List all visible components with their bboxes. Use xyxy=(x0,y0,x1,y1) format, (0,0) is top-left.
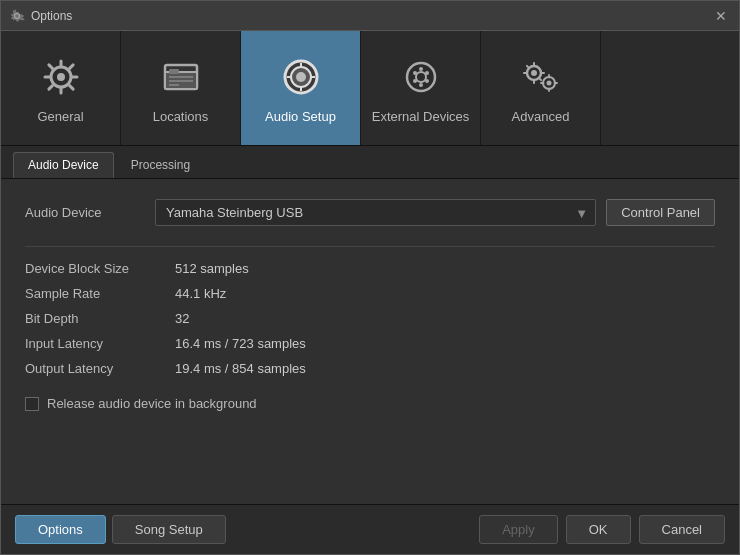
audio-device-select-wrapper: Yamaha Steinberg USB ▼ xyxy=(155,199,596,226)
external-devices-icon xyxy=(397,53,445,101)
audio-device-row: Audio Device Yamaha Steinberg USB ▼ Cont… xyxy=(25,199,715,226)
output-latency-row: Output Latency 19.4 ms / 854 samples xyxy=(25,361,715,376)
nav-label-locations: Locations xyxy=(153,109,209,124)
apply-button[interactable]: Apply xyxy=(479,515,558,544)
footer: Options Song Setup Apply OK Cancel xyxy=(1,504,739,554)
cancel-button[interactable]: Cancel xyxy=(639,515,725,544)
svg-line-6 xyxy=(48,64,52,68)
input-latency-label: Input Latency xyxy=(25,336,175,351)
window-icon xyxy=(9,8,25,24)
svg-line-7 xyxy=(69,85,73,89)
locations-icon xyxy=(157,53,205,101)
main-panel: Audio Device Yamaha Steinberg USB ▼ Cont… xyxy=(1,179,739,504)
nav-label-general: General xyxy=(37,109,83,124)
song-setup-footer-button[interactable]: Song Setup xyxy=(112,515,226,544)
release-audio-label: Release audio device in background xyxy=(47,396,257,411)
device-block-size-label: Device Block Size xyxy=(25,261,175,276)
input-latency-value: 16.4 ms / 723 samples xyxy=(175,336,306,351)
svg-line-9 xyxy=(48,85,52,89)
general-icon xyxy=(37,53,85,101)
sample-rate-value: 44.1 kHz xyxy=(175,286,226,301)
ok-button[interactable]: OK xyxy=(566,515,631,544)
svg-point-30 xyxy=(419,83,423,87)
content-area: Audio Device Processing Audio Device Yam… xyxy=(1,146,739,504)
audio-setup-icon xyxy=(277,53,325,101)
device-block-size-value: 512 samples xyxy=(175,261,249,276)
nav-item-external-devices[interactable]: External Devices xyxy=(361,31,481,145)
bit-depth-value: 32 xyxy=(175,311,189,326)
audio-device-select[interactable]: Yamaha Steinberg USB xyxy=(155,199,596,226)
control-panel-button[interactable]: Control Panel xyxy=(606,199,715,226)
svg-point-40 xyxy=(546,80,551,85)
release-audio-checkbox[interactable] xyxy=(25,397,39,411)
output-latency-value: 19.4 ms / 854 samples xyxy=(175,361,306,376)
input-latency-row: Input Latency 16.4 ms / 723 samples xyxy=(25,336,715,351)
advanced-icon xyxy=(517,53,565,101)
svg-rect-12 xyxy=(169,69,179,74)
output-latency-label: Output Latency xyxy=(25,361,175,376)
audio-device-label: Audio Device xyxy=(25,205,145,220)
nav-label-external-devices: External Devices xyxy=(372,109,470,124)
svg-point-24 xyxy=(416,72,426,82)
svg-point-32 xyxy=(531,70,537,76)
svg-line-8 xyxy=(69,64,73,68)
close-button[interactable]: ✕ xyxy=(711,6,731,26)
svg-point-25 xyxy=(413,71,417,75)
nav-label-advanced: Advanced xyxy=(512,109,570,124)
bit-depth-label: Bit Depth xyxy=(25,311,175,326)
sub-tab-audio-device[interactable]: Audio Device xyxy=(13,152,114,178)
release-audio-checkbox-row: Release audio device in background xyxy=(25,396,715,411)
sub-tabs: Audio Device Processing xyxy=(1,146,739,179)
svg-line-38 xyxy=(538,77,540,79)
footer-right: Apply OK Cancel xyxy=(479,515,725,544)
nav-label-audio-setup: Audio Setup xyxy=(265,109,336,124)
svg-point-1 xyxy=(57,73,65,81)
svg-point-29 xyxy=(419,67,423,71)
title-bar: Options ✕ xyxy=(1,1,739,31)
svg-point-26 xyxy=(425,71,429,75)
svg-point-27 xyxy=(413,79,417,83)
separator xyxy=(25,246,715,247)
svg-line-37 xyxy=(526,65,528,67)
options-footer-button[interactable]: Options xyxy=(15,515,106,544)
nav-item-audio-setup[interactable]: Audio Setup xyxy=(241,31,361,145)
footer-left: Options Song Setup xyxy=(15,515,226,544)
svg-point-28 xyxy=(425,79,429,83)
svg-point-18 xyxy=(296,72,306,82)
nav-bar: General Locations xyxy=(1,31,739,146)
options-window: Options ✕ xyxy=(0,0,740,555)
nav-item-advanced[interactable]: Advanced xyxy=(481,31,601,145)
sample-rate-label: Sample Rate xyxy=(25,286,175,301)
sample-rate-row: Sample Rate 44.1 kHz xyxy=(25,286,715,301)
bit-depth-row: Bit Depth 32 xyxy=(25,311,715,326)
window-title: Options xyxy=(31,9,711,23)
nav-item-general[interactable]: General xyxy=(1,31,121,145)
nav-item-locations[interactable]: Locations xyxy=(121,31,241,145)
device-block-size-row: Device Block Size 512 samples xyxy=(25,261,715,276)
sub-tab-processing[interactable]: Processing xyxy=(116,152,205,178)
